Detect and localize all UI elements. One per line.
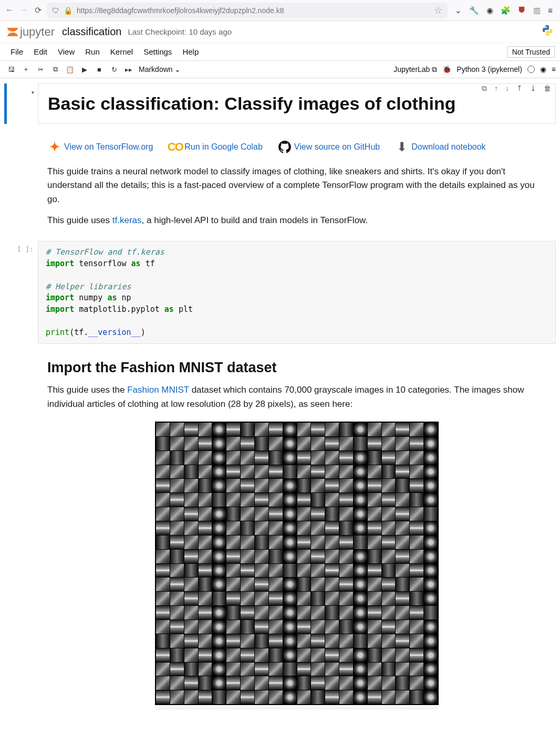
cell-type-select[interactable]: Markdown ⌄ xyxy=(137,64,183,75)
code-prompt: [ ]: xyxy=(4,241,38,344)
fastforward-button[interactable]: ▸▸ xyxy=(122,63,136,76)
notebook-area: ▾ ⧉ ↑ ↓ ⤒ ⤓ 🗑 Basic classification: Clas… xyxy=(0,78,560,710)
external-link-icon: ⧉ xyxy=(432,65,437,74)
intro-paragraph-2: This guide uses tf.keras, a high-level A… xyxy=(47,214,546,227)
jupyter-logo-text: jupyter xyxy=(20,25,55,39)
checkpoint-text: Last Checkpoint: 10 days ago xyxy=(128,27,232,36)
more-icon[interactable]: ≡ xyxy=(552,65,556,74)
link-github[interactable]: View source on GitHub xyxy=(277,140,380,154)
copy-button[interactable]: ⧉ xyxy=(48,63,62,76)
notebook-name[interactable]: classification xyxy=(62,26,121,38)
toolbar: 🖫 ＋ ✂ ⧉ 📋 ▶ ■ ↻ ▸▸ Markdown ⌄ JupyterLab… xyxy=(0,61,560,78)
move-down-icon[interactable]: ↓ xyxy=(503,83,511,94)
jupyter-logo-icon xyxy=(6,26,19,38)
download-icon: ⬇ xyxy=(395,140,409,154)
wrench-icon[interactable]: 🔧 xyxy=(469,6,479,15)
add-cell-button[interactable]: ＋ xyxy=(19,63,33,76)
save-button[interactable]: 🖫 xyxy=(4,63,18,76)
link-colab[interactable]: CO Run in Google Colab xyxy=(168,140,263,154)
jupyter-header: jupyter classification Last Checkpoint: … xyxy=(0,21,560,43)
pocket-icon[interactable]: ⌄ xyxy=(455,6,462,15)
menu-file[interactable]: File xyxy=(5,45,28,58)
notebook-title: Basic classification: Classify images of… xyxy=(48,93,546,114)
panel-icon[interactable]: ▥ xyxy=(533,6,541,15)
paste-button[interactable]: 📋 xyxy=(63,63,77,76)
url-bar[interactable]: 🛡 🔒 https://8eg8ddagfcwwthmrkoefjlolros4… xyxy=(47,3,448,18)
insert-above-icon[interactable]: ⤒ xyxy=(514,83,525,94)
forward-button[interactable]: → xyxy=(20,5,28,15)
bug-icon[interactable]: 🐞 xyxy=(442,65,451,74)
kernel-name[interactable]: Python 3 (ipykernel) xyxy=(457,65,522,74)
star-icon[interactable]: ☆ xyxy=(434,5,442,16)
restart-button[interactable]: ↻ xyxy=(107,63,121,76)
menu-help[interactable]: Help xyxy=(177,45,204,58)
jupyter-logo[interactable]: jupyter xyxy=(6,25,55,39)
menubar: File Edit View Run Kernel Settings Help … xyxy=(0,43,560,61)
tfkeras-link[interactable]: tf.keras xyxy=(112,215,142,225)
cell-markdown-intro[interactable]: ✦ View on TensorFlow.org CO Run in Googl… xyxy=(4,128,556,237)
collapse-caret-icon[interactable]: ▾ xyxy=(31,89,35,96)
resource-links: ✦ View on TensorFlow.org CO Run in Googl… xyxy=(47,130,546,158)
menu-view[interactable]: View xyxy=(53,45,80,58)
back-button[interactable]: ← xyxy=(5,5,14,15)
colab-icon: CO xyxy=(168,140,182,154)
tensorflow-icon: ✦ xyxy=(47,140,62,154)
link-download[interactable]: ⬇ Download notebook xyxy=(395,140,485,154)
menu-kernel[interactable]: Kernel xyxy=(105,45,138,58)
reload-button[interactable]: ⟳ xyxy=(35,5,42,15)
stop-button[interactable]: ■ xyxy=(92,63,106,76)
intro-paragraph-1: This guide trains a neural network model… xyxy=(47,165,546,206)
jupyterlab-link[interactable]: JupyterLab ⧉ xyxy=(393,65,437,74)
duplicate-cell-icon[interactable]: ⧉ xyxy=(480,83,489,94)
cell-markdown-import-dataset[interactable]: Import the Fashion MNIST dataset This gu… xyxy=(4,348,556,710)
menu-settings[interactable]: Settings xyxy=(138,45,177,58)
dark-circle-icon[interactable]: ◉ xyxy=(486,6,493,15)
github-icon xyxy=(277,140,292,154)
cell-toolbar: ⧉ ↑ ↓ ⤒ ⤓ 🗑 xyxy=(480,83,553,94)
insert-below-icon[interactable]: ⤓ xyxy=(528,83,538,94)
code-content[interactable]: # TensorFlow and tf.keras import tensorf… xyxy=(46,247,548,338)
extensions-icon[interactable]: 🧩 xyxy=(501,6,511,15)
delete-cell-icon[interactable]: 🗑 xyxy=(542,83,553,94)
figure-caption: Figure 1. Fashion-MNIST samples (by Zala… xyxy=(155,706,439,710)
shield-icon: 🛡 xyxy=(52,6,59,15)
menu-run[interactable]: Run xyxy=(80,45,105,58)
chevron-down-icon: ⌄ xyxy=(174,65,181,74)
link-tensorflow[interactable]: ✦ View on TensorFlow.org xyxy=(47,140,153,154)
kernel-status-icon xyxy=(527,66,535,73)
python-logo-icon xyxy=(541,24,554,39)
lock-icon: 🔒 xyxy=(64,6,72,15)
notification-icon[interactable]: ◉ xyxy=(540,65,546,74)
menu-edit[interactable]: Edit xyxy=(28,45,53,58)
browser-toolbar: ← → ⟳ 🛡 🔒 https://8eg8ddagfcwwthmrkoefjl… xyxy=(0,0,560,21)
cell-markdown-title[interactable]: ▾ ⧉ ↑ ↓ ⤒ ⤓ 🗑 Basic classification: Clas… xyxy=(4,83,556,124)
import-heading: Import the Fashion MNIST dataset xyxy=(47,360,546,376)
url-text: https://8eg8ddagfcwwthmrkoefjlolros4kwei… xyxy=(77,6,430,15)
trusted-badge[interactable]: Not Trusted xyxy=(507,46,555,58)
browser-extensions: ⌄ 🔧 ◉ 🧩 ⛊ ▥ ≡ xyxy=(453,6,555,15)
fashion-mnist-link[interactable]: Fashion MNIST xyxy=(127,385,189,395)
ublock-icon[interactable]: ⛊ xyxy=(518,6,526,15)
cell-code-imports[interactable]: [ ]: # TensorFlow and tf.keras import te… xyxy=(4,241,556,344)
mnist-grid-image xyxy=(155,422,439,705)
hamburger-icon[interactable]: ≡ xyxy=(548,6,553,15)
run-button[interactable]: ▶ xyxy=(78,63,91,76)
move-up-icon[interactable]: ↑ xyxy=(492,83,500,94)
cut-button[interactable]: ✂ xyxy=(34,63,47,76)
import-paragraph: This guide uses the Fashion MNIST datase… xyxy=(47,383,546,411)
figure-mnist: Figure 1. Fashion-MNIST samples (by Zala… xyxy=(47,422,546,710)
